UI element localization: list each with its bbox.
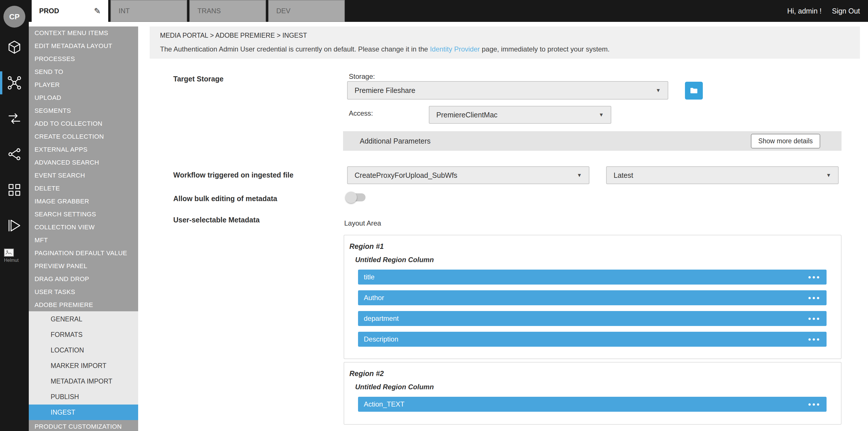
sidebar-item-context-menu-items[interactable]: CONTEXT MENU ITEMS <box>29 27 138 39</box>
sidebar-item-search-settings[interactable]: SEARCH SETTINGS <box>29 208 138 221</box>
metadata-field-action-text[interactable]: Action_TEXT ●●● <box>358 397 827 412</box>
icon-strip: Helmut <box>0 22 29 431</box>
workflow-version-value: Latest <box>614 171 633 180</box>
sidebar-item-player[interactable]: PLAYER <box>29 78 138 91</box>
workflow-icon[interactable] <box>0 70 29 95</box>
field-options-icon[interactable]: ●●● <box>808 336 821 342</box>
workflow-select-value: CreateProxyForUpload_SubWfs <box>354 171 457 180</box>
tab-int[interactable]: INT <box>111 0 187 22</box>
sidebar-item-create-collection[interactable]: CREATE COLLECTION <box>29 130 138 143</box>
metadata-field-label: Action_TEXT <box>364 400 404 408</box>
metadata-field-author[interactable]: Author ●●● <box>358 290 827 305</box>
sidebar-item-preview-panel[interactable]: PREVIEW PANEL <box>29 259 138 273</box>
storage-select[interactable]: Premiere Fileshare ▼ <box>347 81 668 99</box>
show-more-details-button[interactable]: Show more details <box>751 134 820 149</box>
chevron-down-icon: ▼ <box>577 172 582 178</box>
breadcrumb: MEDIA PORTAL > ADOBE PREMIERE > INGEST <box>160 32 849 39</box>
metadata-field-label: Author <box>364 294 384 302</box>
helmut-broken-image: Helmut <box>0 249 29 263</box>
sidebar-subitem-publish[interactable]: PUBLISH <box>29 389 138 404</box>
target-storage-label: Target Storage <box>173 75 224 83</box>
workflow-version-select[interactable]: Latest ▼ <box>606 166 839 184</box>
sidebar-item-segments[interactable]: SEGMENTS <box>29 104 138 117</box>
user-selectable-metadata-label: User-selectable Metadata <box>173 216 259 224</box>
sidebar-item-drag-and-drop[interactable]: DRAG AND DROP <box>29 273 138 285</box>
package-icon[interactable] <box>0 34 29 60</box>
region-title: Region #1 <box>349 242 841 251</box>
chevron-down-icon: ▼ <box>826 172 831 178</box>
tab-prod-label: PROD <box>39 7 59 15</box>
sidebar-item-processes[interactable]: PROCESSES <box>29 52 138 65</box>
avatar[interactable]: CP <box>3 6 25 28</box>
main-content: MEDIA PORTAL > ADOBE PREMIERE > INGEST T… <box>138 22 868 431</box>
layout-region-1: Region #1 Untitled Region Column title ●… <box>344 235 841 359</box>
region-title: Region #2 <box>349 369 841 378</box>
branch-icon[interactable] <box>0 142 29 167</box>
field-options-icon[interactable]: ●●● <box>808 295 821 301</box>
field-options-icon[interactable]: ●●● <box>808 274 821 280</box>
sidebar-item-advanced-search[interactable]: ADVANCED SEARCH <box>29 156 138 169</box>
access-select-value: PremiereClientMac <box>436 111 498 119</box>
folder-icon <box>689 86 699 95</box>
helmut-alt-text: Helmut <box>4 258 19 263</box>
workflow-label: Workflow triggered on ingested file <box>173 171 293 179</box>
processes-icon[interactable] <box>0 106 29 131</box>
sidebar-item-external-apps[interactable]: EXTERNAL APPS <box>29 143 138 156</box>
apps-icon[interactable] <box>0 177 29 203</box>
browse-folder-button[interactable] <box>685 82 703 99</box>
sidebar-item-mft[interactable]: MFT <box>29 234 138 247</box>
sidebar-subitem-marker-import[interactable]: MARKER IMPORT <box>29 358 138 373</box>
tab-trans-label: TRANS <box>197 7 221 15</box>
environment-tabs: PROD ✎ INT TRANS DEV <box>32 0 345 22</box>
sidebar-item-pagination-default-value[interactable]: PAGINATION DEFAULT VALUE <box>29 247 138 259</box>
player-icon[interactable] <box>0 213 29 238</box>
bulk-edit-toggle[interactable] <box>345 192 368 203</box>
app-root: CP PROD ✎ INT TRANS DEV Hi, admin ! Sign… <box>0 0 868 431</box>
credential-warning: The Authentication Admin User credential… <box>160 45 849 53</box>
sidebar-subitem-ingest[interactable]: INGEST <box>29 404 138 420</box>
storage-label: Storage: <box>349 72 375 81</box>
tab-trans[interactable]: TRANS <box>189 0 266 22</box>
sidebar-item-edit-metadata-layout[interactable]: EDIT METADATA LAYOUT <box>29 39 138 52</box>
region-column-title: Untitled Region Column <box>355 383 841 391</box>
bulk-edit-label: Allow bulk editing of metadata <box>173 194 277 203</box>
sidebar-item-collection-view[interactable]: COLLECTION VIEW <box>29 221 138 234</box>
layout-area-label: Layout Area <box>344 219 381 227</box>
additional-parameters-bar: Additional Parameters Show more details <box>343 131 841 151</box>
sidebar-item-adobe-premiere[interactable]: ADOBE PREMIERE <box>29 298 138 311</box>
sidebar-item-product-customization[interactable]: PRODUCT CUSTOMIZATION <box>29 420 138 431</box>
sidebar-subitem-location[interactable]: LOCATION <box>29 342 138 358</box>
sidebar-subitem-metadata-import[interactable]: METADATA IMPORT <box>29 373 138 389</box>
identity-provider-link[interactable]: Identity Provider <box>430 45 480 53</box>
topbar: CP PROD ✎ INT TRANS DEV Hi, admin ! Sign… <box>0 0 868 22</box>
tab-dev[interactable]: DEV <box>268 0 345 22</box>
header-band: MEDIA PORTAL > ADOBE PREMIERE > INGEST T… <box>150 27 860 59</box>
field-options-icon[interactable]: ●●● <box>808 401 821 407</box>
tab-dev-label: DEV <box>276 7 290 15</box>
sidebar-item-event-search[interactable]: EVENT SEARCH <box>29 169 138 182</box>
sidebar-subitem-formats[interactable]: FORMATS <box>29 327 138 342</box>
metadata-field-description[interactable]: Description ●●● <box>358 332 827 347</box>
metadata-field-department[interactable]: department ●●● <box>358 311 827 326</box>
sidebar-item-image-grabber[interactable]: IMAGE GRABBER <box>29 195 138 208</box>
metadata-field-label: Description <box>364 335 398 343</box>
greeting-text: Hi, admin ! <box>787 7 822 15</box>
field-options-icon[interactable]: ●●● <box>808 316 821 322</box>
broken-image-icon <box>4 249 14 257</box>
chevron-down-icon: ▼ <box>656 88 661 93</box>
metadata-field-title[interactable]: title ●●● <box>358 270 827 284</box>
workflow-select[interactable]: CreateProxyForUpload_SubWfs ▼ <box>347 166 589 184</box>
metadata-field-label: department <box>364 314 399 322</box>
sidebar-item-upload[interactable]: UPLOAD <box>29 91 138 104</box>
sidebar-subitem-general[interactable]: GENERAL <box>29 311 138 327</box>
access-select[interactable]: PremiereClientMac ▼ <box>429 106 611 124</box>
warning-text-suffix: page, immediately to protect your system… <box>480 45 610 53</box>
sidebar-item-add-to-collection[interactable]: ADD TO COLLECTION <box>29 117 138 130</box>
toggle-thumb <box>345 192 357 203</box>
edit-environment-icon[interactable]: ✎ <box>94 6 101 16</box>
sidebar-item-delete[interactable]: DELETE <box>29 182 138 195</box>
sidebar-item-user-tasks[interactable]: USER TASKS <box>29 285 138 298</box>
sign-out-link[interactable]: Sign Out <box>832 7 860 15</box>
sidebar-item-send-to[interactable]: SEND TO <box>29 65 138 78</box>
tab-prod[interactable]: PROD ✎ <box>32 0 108 22</box>
